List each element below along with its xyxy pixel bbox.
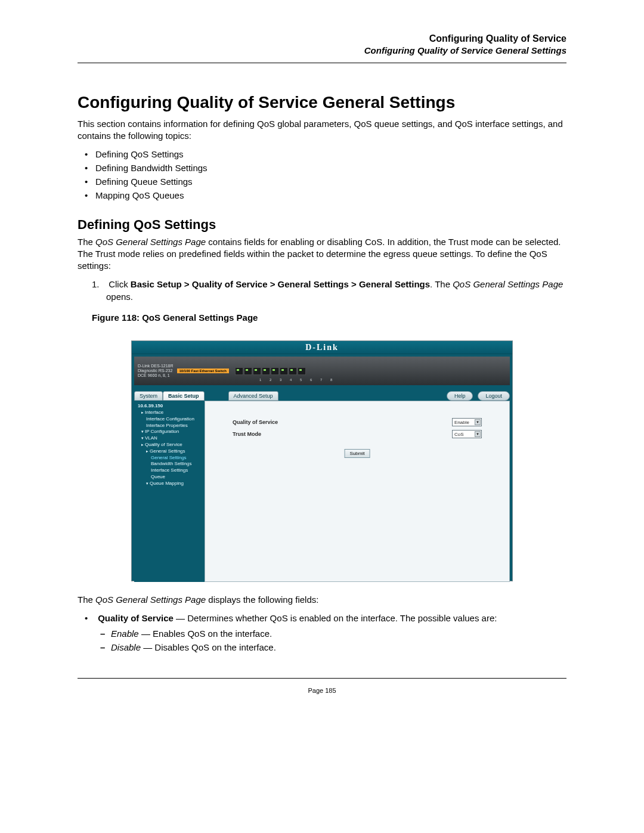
qos-select-value: Enable [454, 420, 469, 425]
fields-list: Quality of Service — Determines whether … [78, 612, 566, 654]
topic-item: Defining QoS Settings [95, 147, 566, 161]
tree-item-bandwidth-settings[interactable]: Bandwidth Settings [138, 461, 203, 467]
submit-button[interactable]: Submit [345, 449, 370, 458]
tab-bar: System Basic Setup Advanced Setup Help L… [134, 389, 510, 401]
topic-item: Mapping QoS Queues [95, 188, 566, 202]
port-icon [280, 367, 288, 375]
footer-rule [78, 678, 566, 679]
figure-caption: Figure 118: QoS General Settings Page [78, 312, 566, 323]
logout-button[interactable]: Logout [478, 391, 510, 401]
tree-item-interface-settings[interactable]: Interface Settings [138, 467, 203, 474]
port-row [235, 367, 306, 375]
tree-item-queue-mapping[interactable]: Queue Mapping [138, 481, 203, 487]
dropdown-arrow-icon: ▼ [475, 431, 481, 437]
topics-list: Defining QoS Settings Defining Bandwidth… [78, 147, 566, 203]
tab-system[interactable]: System [134, 391, 163, 401]
tab-basic-setup[interactable]: Basic Setup [163, 391, 205, 401]
tree-item-interface-config[interactable]: Interface Configuration [138, 416, 203, 423]
intro-paragraph: This section contains information for de… [78, 118, 566, 143]
device-model-label: D-Link DES-1218R Diagnostic RS-232 DCE 9… [138, 364, 174, 379]
tree-item-ip-config[interactable]: IP Configuration [138, 429, 203, 435]
tree-item-queue[interactable]: Queue [138, 474, 203, 481]
port-icon [271, 367, 279, 375]
nav-tree: 10.6.39.150 Interface Interface Configur… [134, 401, 205, 582]
running-header-subtitle: Configuring Quality of Service General S… [78, 45, 566, 55]
fast-ethernet-badge: 10/100 Fast Ethernet Switch [177, 368, 229, 373]
qos-label: Quality of Service [233, 419, 334, 425]
content-panel: Quality of Service Enable ▼ Trust Mode C… [205, 401, 510, 582]
field-value-enable: Enable — Enables QoS on the interface. [111, 627, 566, 641]
step-1: 1. Click Basic Setup > Quality of Servic… [78, 278, 566, 303]
topic-item: Defining Bandwidth Settings [95, 161, 566, 175]
page-number: Page 185 [78, 687, 566, 694]
port-icon [244, 367, 252, 375]
trust-mode-select[interactable]: CoS ▼ [452, 430, 482, 438]
tree-item-vlan[interactable]: VLAN [138, 435, 203, 442]
port-icon [253, 367, 261, 375]
running-header-title: Configuring Quality of Service [78, 33, 566, 44]
tab-advanced-setup[interactable]: Advanced Setup [228, 391, 278, 401]
brand-bar: D-Link [132, 341, 512, 354]
port-icon [262, 367, 270, 375]
page-heading: Configuring Quality of Service General S… [78, 93, 566, 112]
field-value-disable: Disable — Disables QoS on the interface. [111, 641, 566, 655]
help-button[interactable]: Help [447, 391, 473, 401]
tree-item-interface-properties[interactable]: Interface Properties [138, 423, 203, 429]
trust-mode-label: Trust Mode [233, 431, 334, 437]
port-icon [289, 367, 297, 375]
section-heading: Defining QoS Settings [78, 217, 566, 233]
field-qos: Quality of Service — Determines whether … [95, 612, 566, 654]
section-intro: The QoS General Settings Page contains f… [78, 236, 566, 272]
topic-item: Defining Queue Settings [95, 175, 566, 188]
header-rule [78, 63, 566, 63]
tree-item-general-settings-group[interactable]: General Settings [138, 448, 203, 455]
port-icon [298, 367, 306, 375]
figure-qos-general-settings: D-Link D-Link DES-1218R Diagnostic RS-23… [131, 340, 513, 581]
tree-root-ip[interactable]: 10.6.39.150 [138, 403, 203, 410]
tree-item-interface[interactable]: Interface [138, 410, 203, 416]
trust-mode-select-value: CoS [454, 432, 464, 437]
port-numbers: 1 2 3 4 5 6 7 8 [259, 378, 336, 382]
fields-intro: The QoS General Settings Page displays t… [78, 593, 566, 606]
dropdown-arrow-icon: ▼ [475, 419, 481, 425]
tree-item-general-settings[interactable]: General Settings [138, 455, 203, 462]
tree-item-qos[interactable]: Quality of Service [138, 442, 203, 448]
qos-select[interactable]: Enable ▼ [452, 418, 482, 426]
port-icon [235, 367, 243, 375]
